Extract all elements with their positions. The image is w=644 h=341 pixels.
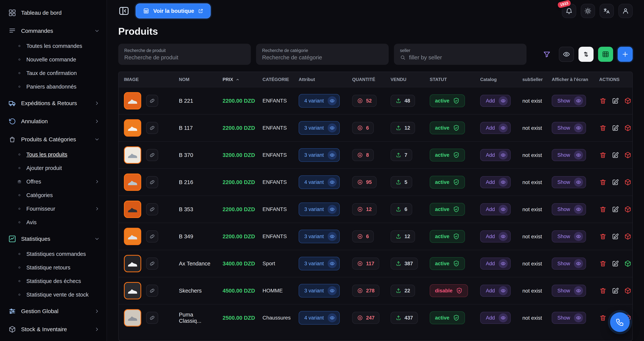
product-image[interactable] xyxy=(124,255,141,272)
status-badge[interactable]: active xyxy=(430,257,465,270)
stock-cube-button[interactable] xyxy=(624,124,632,132)
variants-button[interactable]: 4 variant xyxy=(299,175,340,189)
show-on-screen-button[interactable]: Show xyxy=(552,149,586,161)
column-header-prix[interactable]: PRIX xyxy=(219,77,259,82)
catalog-add-button[interactable]: Add xyxy=(480,257,511,270)
delete-button[interactable] xyxy=(599,124,607,132)
status-badge[interactable]: active xyxy=(430,176,465,189)
product-image[interactable] xyxy=(124,309,141,326)
catalog-add-button[interactable]: Add xyxy=(480,122,511,134)
copy-link-button[interactable] xyxy=(146,230,158,242)
sidebar-subitem[interactable]: Ajouter produit xyxy=(0,161,106,175)
sidebar-subitem[interactable]: Statistique retours xyxy=(0,261,106,274)
status-badge[interactable]: active xyxy=(430,94,465,107)
variants-button[interactable]: 3 variant xyxy=(299,257,340,270)
sidebar-subitem[interactable]: Fournisseur xyxy=(0,202,106,215)
delete-button[interactable] xyxy=(599,97,607,105)
sidebar-subitem[interactable]: Nouvelle commande xyxy=(0,53,106,66)
sidebar-subitem[interactable]: Statistique des échecs xyxy=(0,274,106,288)
edit-button[interactable] xyxy=(612,233,619,240)
sidebar-item[interactable]: Stock & Inventaire xyxy=(0,321,106,337)
variants-button[interactable]: 3 variant xyxy=(299,230,340,243)
sidebar-item[interactable]: Expéditions & Retours xyxy=(0,95,106,112)
copy-link-button[interactable] xyxy=(146,176,158,188)
phone-support-button[interactable] xyxy=(610,312,630,332)
catalog-add-button[interactable]: Add xyxy=(480,149,511,161)
show-on-screen-button[interactable]: Show xyxy=(552,285,586,297)
product-image[interactable] xyxy=(124,228,141,245)
show-on-screen-button[interactable]: Show xyxy=(552,203,586,215)
catalog-add-button[interactable]: Add xyxy=(480,203,511,215)
status-badge[interactable]: active xyxy=(430,203,465,216)
delete-button[interactable] xyxy=(599,206,607,213)
product-image[interactable] xyxy=(124,92,141,110)
sidebar-subitem[interactable]: Paniers abandonnés xyxy=(0,80,106,94)
seller-search-input[interactable] xyxy=(409,54,520,61)
language-button[interactable] xyxy=(600,4,614,18)
status-badge[interactable]: active xyxy=(430,122,465,134)
catalog-add-button[interactable]: Add xyxy=(480,230,511,242)
sidebar-item[interactable]: Annulation xyxy=(0,113,106,130)
show-on-screen-button[interactable]: Show xyxy=(552,312,586,324)
sidebar-subitem[interactable]: Catégories xyxy=(0,188,106,202)
product-image[interactable] xyxy=(124,146,141,164)
sidebar-subitem[interactable]: Tous les produits xyxy=(0,148,106,161)
sidebar-subitem[interactable]: Toutes les commandes xyxy=(0,39,106,53)
stock-cube-button[interactable] xyxy=(624,233,632,240)
edit-button[interactable] xyxy=(612,206,619,213)
stock-cube-button[interactable] xyxy=(624,178,632,186)
sidebar-item[interactable]: Tableau de bord xyxy=(0,5,106,21)
show-on-screen-button[interactable]: Show xyxy=(552,95,586,107)
show-on-screen-button[interactable]: Show xyxy=(552,122,586,134)
copy-link-button[interactable] xyxy=(146,285,158,297)
stock-cube-button[interactable] xyxy=(624,287,632,294)
profile-button[interactable] xyxy=(618,4,633,18)
delete-button[interactable] xyxy=(599,314,607,321)
edit-button[interactable] xyxy=(612,151,619,159)
variants-button[interactable]: 3 variant xyxy=(299,284,340,297)
catalog-add-button[interactable]: Add xyxy=(480,176,511,188)
sidebar-item[interactable]: Gestion Global xyxy=(0,303,106,319)
product-image[interactable] xyxy=(124,201,141,218)
product-image[interactable] xyxy=(124,119,141,137)
status-badge[interactable]: active xyxy=(430,230,465,243)
copy-link-button[interactable] xyxy=(146,203,158,215)
notifications-button[interactable]: 1933 xyxy=(562,4,576,18)
add-product-button[interactable] xyxy=(618,47,633,62)
category-search-input[interactable] xyxy=(262,54,383,61)
stock-cube-button[interactable] xyxy=(624,206,632,213)
delete-button[interactable] xyxy=(599,233,607,240)
product-image[interactable] xyxy=(124,174,141,191)
view-store-button[interactable]: Voir la boutique xyxy=(136,4,211,19)
stock-cube-button[interactable] xyxy=(624,151,632,159)
stock-cube-button[interactable] xyxy=(624,97,632,105)
product-image[interactable] xyxy=(124,282,141,299)
sidebar-item[interactable] xyxy=(0,339,106,341)
catalog-add-button[interactable]: Add xyxy=(480,285,511,297)
show-on-screen-button[interactable]: Show xyxy=(552,176,586,188)
show-on-screen-button[interactable]: Show xyxy=(552,257,586,270)
status-badge[interactable]: disable xyxy=(430,284,468,297)
edit-button[interactable] xyxy=(612,97,619,105)
stock-cube-button[interactable] xyxy=(624,260,632,267)
sort-button[interactable] xyxy=(578,47,594,62)
variants-button[interactable]: 3 variant xyxy=(299,148,340,162)
filter-button[interactable] xyxy=(539,47,554,62)
variants-button[interactable]: 4 variant xyxy=(299,311,340,324)
status-badge[interactable]: active xyxy=(430,311,465,324)
table-view-button[interactable] xyxy=(598,47,613,62)
catalog-add-button[interactable]: Add xyxy=(480,312,511,324)
sidebar-toggle-button[interactable] xyxy=(118,5,130,17)
copy-link-button[interactable] xyxy=(146,257,158,270)
edit-button[interactable] xyxy=(612,260,619,267)
delete-button[interactable] xyxy=(599,260,607,267)
visibility-button[interactable] xyxy=(559,47,574,62)
sidebar-item[interactable]: Produits & Catégories xyxy=(0,131,106,148)
catalog-add-button[interactable]: Add xyxy=(480,95,511,107)
sidebar-subitem[interactable]: Avis xyxy=(0,215,106,229)
status-badge[interactable]: active xyxy=(430,149,465,161)
delete-button[interactable] xyxy=(599,178,607,186)
sidebar-subitem[interactable]: Statistique vente de stock xyxy=(0,288,106,301)
product-search-input[interactable] xyxy=(124,54,245,61)
variants-button[interactable]: 4 variant xyxy=(299,94,340,108)
